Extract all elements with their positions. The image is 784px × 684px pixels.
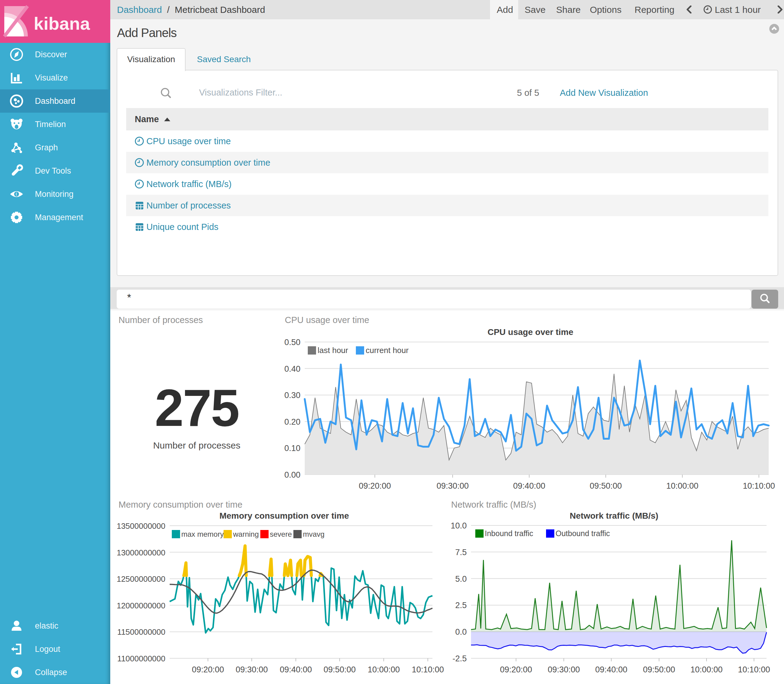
- svg-text:0.20: 0.20: [284, 417, 300, 426]
- svg-text:kibana: kibana: [34, 13, 90, 33]
- svg-text:10:10:00: 10:10:00: [738, 665, 770, 674]
- svg-text:12000000000: 12000000000: [117, 601, 165, 610]
- svg-text:09:30:00: 09:30:00: [236, 665, 268, 674]
- svg-text:0.40: 0.40: [284, 365, 300, 374]
- svg-text:Network traffic (MB/s): Network traffic (MB/s): [569, 511, 658, 521]
- svg-text:13000000000: 13000000000: [117, 548, 165, 557]
- svg-text:09:30:00: 09:30:00: [548, 665, 580, 674]
- svg-text:09:50:00: 09:50:00: [590, 481, 622, 490]
- svg-text:11500000000: 11500000000: [117, 628, 165, 637]
- svg-text:10:00:00: 10:00:00: [666, 481, 698, 490]
- svg-text:0.50: 0.50: [284, 338, 300, 347]
- svg-text:0.0: 0.0: [455, 628, 467, 637]
- svg-text:Outbound traffic: Outbound traffic: [555, 529, 610, 538]
- svg-text:0.00: 0.00: [284, 470, 300, 479]
- svg-text:severe: severe: [270, 530, 292, 538]
- svg-text:5.0: 5.0: [455, 574, 467, 584]
- svg-text:11000000000: 11000000000: [117, 654, 165, 663]
- svg-text:Memory consumption over time: Memory consumption over time: [219, 511, 349, 521]
- svg-text:10:00:00: 10:00:00: [690, 665, 723, 674]
- svg-text:Inbound traffic: Inbound traffic: [485, 529, 533, 538]
- svg-text:mvavg: mvavg: [303, 530, 324, 538]
- svg-text:10.0: 10.0: [450, 521, 467, 530]
- svg-text:10:10:00: 10:10:00: [743, 481, 775, 490]
- svg-text:10:10:00: 10:10:00: [411, 665, 444, 674]
- svg-text:0.10: 0.10: [284, 444, 300, 453]
- svg-text:12500000000: 12500000000: [117, 574, 165, 584]
- svg-text:10:00:00: 10:00:00: [368, 665, 400, 674]
- svg-text:09:50:00: 09:50:00: [643, 665, 675, 674]
- svg-text:CPU usage over time: CPU usage over time: [487, 327, 573, 337]
- svg-text:current hour: current hour: [366, 346, 409, 355]
- svg-text:09:20:00: 09:20:00: [359, 481, 391, 490]
- svg-text:2.5: 2.5: [455, 601, 467, 610]
- svg-text:max memory: max memory: [181, 530, 224, 538]
- svg-text:09:40:00: 09:40:00: [513, 481, 545, 490]
- svg-text:warning: warning: [233, 530, 259, 538]
- svg-text:-2.5: -2.5: [452, 654, 467, 663]
- svg-text:09:40:00: 09:40:00: [595, 665, 627, 674]
- svg-text:09:40:00: 09:40:00: [280, 665, 312, 674]
- svg-text:09:50:00: 09:50:00: [323, 665, 356, 674]
- svg-text:09:20:00: 09:20:00: [500, 665, 532, 674]
- svg-text:last hour: last hour: [318, 346, 348, 355]
- svg-text:7.5: 7.5: [455, 548, 467, 557]
- svg-text:13500000000: 13500000000: [117, 521, 165, 531]
- svg-text:09:30:00: 09:30:00: [436, 481, 469, 490]
- svg-text:09:20:00: 09:20:00: [192, 665, 224, 674]
- svg-text:0.30: 0.30: [284, 391, 300, 400]
